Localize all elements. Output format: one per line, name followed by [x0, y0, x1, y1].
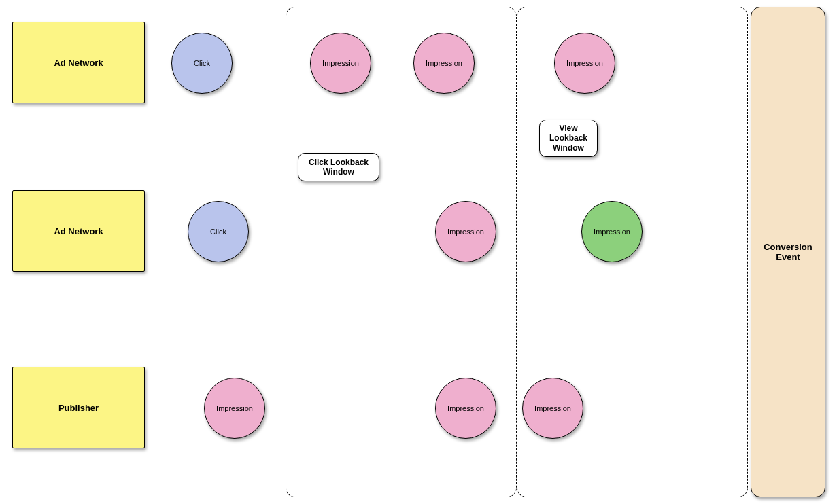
event-label: Impression	[216, 404, 253, 412]
source-box-ad-network-2: Ad Network	[12, 190, 145, 272]
view-lookback-callout: View Lookback Window	[539, 120, 598, 157]
click-event: Click	[188, 201, 249, 262]
impression-event: Impression	[435, 378, 496, 439]
callout-label: View Lookback Window	[544, 124, 593, 153]
callout-label: Click Lookback Window	[303, 158, 375, 177]
event-label: Click	[210, 228, 226, 236]
attribution-diagram: Ad Network Ad Network Publisher Click Cl…	[0, 0, 839, 504]
impression-event: Impression	[522, 378, 583, 439]
event-label: Impression	[322, 59, 359, 67]
conversion-label: Conversion Event	[754, 242, 822, 262]
click-event: Click	[171, 33, 233, 94]
impression-event: Impression	[310, 33, 371, 94]
source-box-publisher: Publisher	[12, 367, 145, 448]
click-lookback-callout: Click Lookback Window	[298, 153, 379, 181]
conversion-event-box: Conversion Event	[751, 7, 825, 497]
event-label: Impression	[447, 404, 484, 412]
event-label: Click	[194, 59, 210, 67]
event-label: Impression	[566, 59, 603, 67]
event-label: Impression	[426, 59, 462, 67]
source-label: Publisher	[58, 403, 99, 413]
winning-impression-event: Impression	[581, 201, 643, 262]
source-label: Ad Network	[54, 58, 103, 68]
impression-event: Impression	[554, 33, 615, 94]
source-label: Ad Network	[54, 226, 103, 236]
impression-event: Impression	[204, 378, 265, 439]
event-label: Impression	[594, 228, 630, 236]
event-label: Impression	[534, 404, 571, 412]
impression-event: Impression	[435, 201, 496, 262]
impression-event: Impression	[413, 33, 475, 94]
event-label: Impression	[447, 228, 484, 236]
source-box-ad-network-1: Ad Network	[12, 22, 145, 103]
